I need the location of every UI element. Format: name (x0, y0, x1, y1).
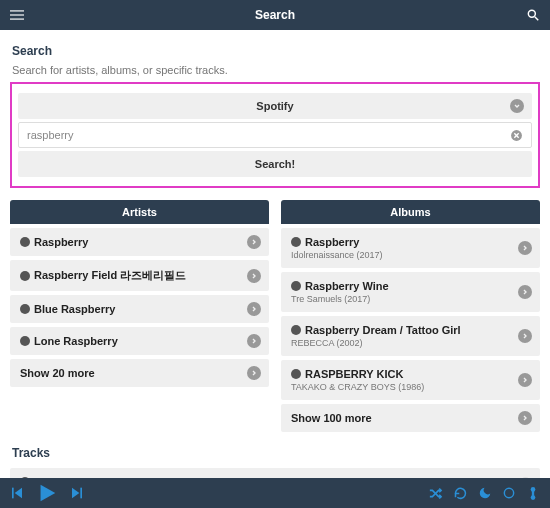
artists-show-more[interactable]: Show 20 more (10, 359, 269, 387)
svg-point-17 (531, 495, 536, 500)
spotify-icon (20, 271, 30, 281)
spotify-icon (20, 304, 30, 314)
circle-icon[interactable] (502, 486, 516, 500)
artist-name: Raspberry (34, 236, 88, 248)
albums-show-more[interactable]: Show 100 more (281, 404, 540, 432)
spotify-icon (291, 325, 301, 335)
artists-more-label: Show 20 more (20, 367, 95, 379)
artist-item[interactable]: Blue Raspberry (10, 295, 269, 323)
search-panel: Spotify raspberry Search! (10, 82, 540, 188)
chevron-right-icon (247, 269, 261, 283)
artist-item[interactable]: Raspberry Field 라즈베리필드 (10, 260, 269, 291)
top-bar: Search (0, 0, 550, 30)
tracks-header: Tracks (12, 446, 538, 460)
svg-marker-11 (41, 485, 56, 502)
albums-header: Albums (281, 200, 540, 224)
page-header-title: Search (0, 8, 550, 22)
album-sub: Idolrenaissance (2017) (291, 250, 512, 260)
search-button-label: Search! (255, 158, 295, 170)
player-bar (0, 478, 550, 508)
album-item[interactable]: RASPBERRY KICKTAKAKO & CRAZY BOYS (1986) (281, 360, 540, 400)
artist-item[interactable]: Raspberry (10, 228, 269, 256)
chevron-right-icon (247, 302, 261, 316)
search-button[interactable]: Search! (18, 151, 532, 177)
volume-icon[interactable] (526, 485, 540, 502)
spotify-icon (291, 281, 301, 291)
provider-selector[interactable]: Spotify (18, 93, 532, 119)
search-input[interactable]: raspberry (18, 122, 532, 148)
chevron-right-icon (247, 334, 261, 348)
moon-icon[interactable] (478, 486, 492, 500)
svg-point-3 (528, 10, 535, 17)
provider-label: Spotify (256, 100, 293, 112)
spotify-icon (20, 336, 30, 346)
album-sub: Tre Samuels (2017) (291, 294, 512, 304)
album-name: Raspberry Wine (305, 280, 389, 292)
artists-header: Artists (10, 200, 269, 224)
svg-rect-2 (10, 19, 24, 20)
spotify-icon (291, 237, 301, 247)
album-item[interactable]: Raspberry Dream / Tattoo GirlREBECCA (20… (281, 316, 540, 356)
menu-icon[interactable] (10, 8, 24, 22)
svg-rect-13 (80, 488, 82, 499)
svg-line-4 (535, 17, 539, 21)
next-track-icon[interactable] (68, 485, 84, 501)
chevron-right-icon (518, 373, 532, 387)
svg-marker-12 (72, 488, 79, 499)
prev-track-icon[interactable] (10, 485, 26, 501)
svg-rect-1 (10, 14, 24, 15)
artists-column: Artists RaspberryRaspberry Field 라즈베리필드B… (10, 200, 269, 432)
clear-icon[interactable] (510, 129, 523, 142)
artist-name: Raspberry Field 라즈베리필드 (34, 268, 186, 283)
svg-point-14 (504, 488, 513, 497)
artist-name: Blue Raspberry (34, 303, 115, 315)
spotify-icon (291, 369, 301, 379)
album-name: Raspberry (305, 236, 359, 248)
albums-more-label: Show 100 more (291, 412, 372, 424)
spotify-icon (20, 237, 30, 247)
svg-rect-9 (12, 488, 14, 499)
play-icon[interactable] (36, 482, 58, 504)
content-scroll[interactable]: Search Search for artists, albums, or sp… (0, 30, 550, 478)
chevron-right-icon (518, 329, 532, 343)
chevron-right-icon (518, 411, 532, 425)
artist-item[interactable]: Lone Raspberry (10, 327, 269, 355)
page-title: Search (12, 44, 538, 58)
svg-rect-0 (10, 10, 24, 11)
chevron-right-icon (247, 366, 261, 380)
artist-name: Lone Raspberry (34, 335, 118, 347)
albums-column: Albums RaspberryIdolrenaissance (2017)Ra… (281, 200, 540, 432)
search-icon[interactable] (526, 8, 540, 22)
svg-marker-10 (15, 488, 22, 499)
chevron-right-icon (247, 235, 261, 249)
track-row[interactable]: RASPBERRY DREAM-revive- (10, 468, 540, 478)
album-item[interactable]: Raspberry WineTre Samuels (2017) (281, 272, 540, 312)
repeat-icon[interactable] (453, 486, 468, 501)
chevron-down-icon (510, 99, 524, 113)
page-subtitle: Search for artists, albums, or specific … (12, 64, 538, 76)
album-sub: TAKAKO & CRAZY BOYS (1986) (291, 382, 512, 392)
album-sub: REBECCA (2002) (291, 338, 512, 348)
album-name: Raspberry Dream / Tattoo Girl (305, 324, 461, 336)
search-input-value: raspberry (27, 129, 73, 141)
chevron-right-icon (518, 241, 532, 255)
shuffle-icon[interactable] (428, 486, 443, 501)
chevron-right-icon (518, 285, 532, 299)
results-columns: Artists RaspberryRaspberry Field 라즈베리필드B… (10, 200, 540, 432)
album-item[interactable]: RaspberryIdolrenaissance (2017) (281, 228, 540, 268)
album-name: RASPBERRY KICK (305, 368, 403, 380)
